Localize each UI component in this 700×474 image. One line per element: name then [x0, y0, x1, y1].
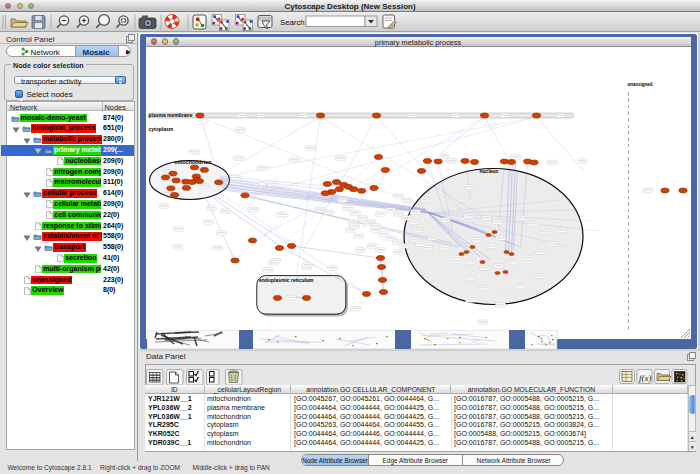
- svg-text:Search:: Search:: [280, 18, 307, 27]
- svg-text:mitochondrion: mitochondrion: [174, 159, 211, 165]
- svg-text:nucleus: nucleus: [479, 168, 498, 174]
- svg-text:cytoplasm: cytoplasm: [148, 126, 173, 132]
- svg-text:endoplasmic reticulum: endoplasmic reticulum: [259, 277, 314, 283]
- svg-text:plasma membrane: plasma membrane: [148, 112, 192, 118]
- svg-text:f(x): f(x): [639, 373, 652, 383]
- svg-text:unassigned: unassigned: [627, 82, 652, 87]
